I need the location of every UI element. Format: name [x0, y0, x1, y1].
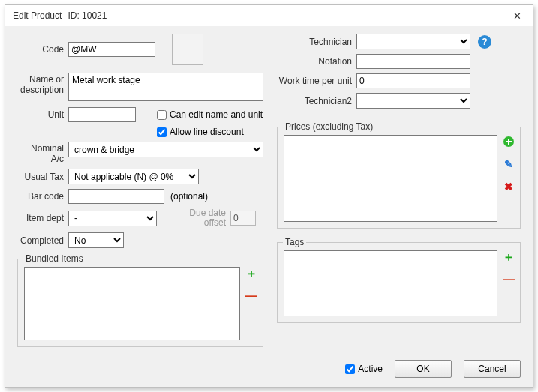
label-code: Code: [17, 44, 64, 55]
label-name-desc: Name or description: [17, 73, 64, 95]
tags-legend: Tags: [283, 237, 306, 247]
label-technician2: Technician2: [277, 96, 352, 106]
help-icon[interactable]: ?: [478, 35, 491, 49]
nominal-select[interactable]: crown & bridge: [68, 142, 263, 157]
footer: Active OK Cancel: [345, 360, 521, 378]
color-swatch[interactable]: [172, 34, 203, 65]
code-input[interactable]: [68, 42, 155, 57]
tags-add-icon[interactable]: ＋: [502, 250, 515, 264]
work-time-input[interactable]: [356, 73, 470, 88]
unit-input[interactable]: [68, 107, 136, 122]
title-label: Edit Product: [13, 10, 62, 21]
cancel-button[interactable]: Cancel: [464, 360, 521, 378]
prices-edit-icon[interactable]: ✎: [502, 157, 515, 171]
edit-product-dialog: Edit Product ID: 10021 ✕ Code Name or de…: [5, 4, 533, 388]
can-edit-checkbox[interactable]: Can edit name and unit: [157, 109, 263, 120]
item-dept-select[interactable]: -: [68, 211, 157, 226]
usual-tax-select[interactable]: Not applicable (N) @ 0%: [68, 169, 199, 184]
label-notation: Notation: [277, 56, 352, 67]
titlebar: Edit Product ID: 10021 ✕: [5, 5, 533, 26]
technician2-select[interactable]: [356, 93, 470, 109]
label-usual-tax: Usual Tax: [17, 172, 64, 182]
prices-group: Prices (excluding Tax) ✎ ✖: [277, 127, 521, 229]
prices-legend: Prices (excluding Tax): [283, 121, 375, 132]
tags-remove-icon[interactable]: —: [502, 273, 515, 286]
active-checkbox[interactable]: Active: [345, 364, 383, 374]
prices-add-icon[interactable]: [502, 135, 515, 148]
right-column: Technician ? Notation Work time per unit…: [277, 34, 521, 378]
allow-discount-checkbox[interactable]: Allow line discount: [157, 127, 244, 137]
prices-delete-icon[interactable]: ✖: [502, 180, 515, 193]
technician-select[interactable]: [356, 34, 470, 49]
bundled-items-list[interactable]: [24, 267, 240, 340]
prices-list[interactable]: [284, 135, 497, 222]
label-unit: Unit: [17, 109, 64, 120]
left-column: Code Name or description Metal work stag…: [17, 34, 263, 378]
barcode-input[interactable]: [68, 189, 164, 204]
label-nominal: Nominal A/c: [17, 142, 64, 164]
bundled-legend: Bundled Items: [23, 253, 86, 264]
label-item-dept: Item dept: [17, 213, 64, 223]
label-technician: Technician: [277, 37, 352, 47]
close-icon[interactable]: ✕: [506, 8, 528, 23]
bundled-remove-icon[interactable]: —: [245, 289, 258, 303]
ok-button[interactable]: OK: [395, 360, 452, 378]
tags-group: Tags ＋ —: [277, 242, 521, 323]
label-work-time: Work time per unit: [277, 76, 352, 86]
label-barcode: Bar code: [17, 191, 64, 202]
bundled-items-group: Bundled Items ＋ —: [17, 259, 263, 347]
notation-input[interactable]: [356, 54, 470, 69]
label-completed: Completed: [17, 235, 64, 246]
completed-select[interactable]: No: [68, 232, 124, 248]
title-id-label: ID: 10021: [68, 10, 107, 21]
bundled-add-icon[interactable]: ＋: [245, 267, 258, 280]
tags-list[interactable]: [284, 250, 497, 316]
name-description-input[interactable]: Metal work stage: [68, 73, 263, 101]
label-due-date: Due date offset: [187, 208, 226, 228]
barcode-note: (optional): [170, 191, 208, 202]
due-date-input: [230, 211, 256, 226]
